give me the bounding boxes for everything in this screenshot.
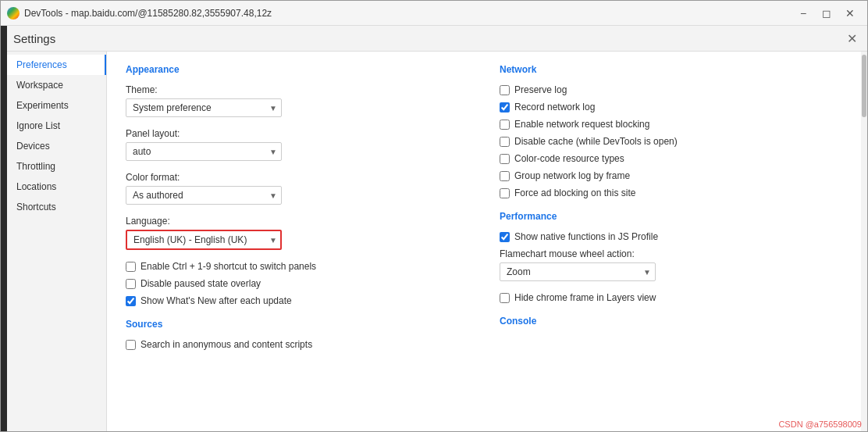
preserve-log-checkbox[interactable] — [500, 85, 510, 95]
settings-content: Preferences Workspace Experiments Ignore… — [7, 52, 867, 431]
native-functions-checkbox[interactable] — [500, 232, 510, 242]
flamechart-select-wrapper: Zoom Scroll ▼ — [500, 262, 656, 281]
sources-heading: Sources — [126, 319, 468, 330]
sidebar-item-locations[interactable]: Locations — [7, 177, 106, 197]
force-ad-blocking-checkbox[interactable] — [500, 188, 510, 198]
panel-layout-select-wrapper: auto horizontal vertical ▼ — [126, 142, 282, 161]
ctrl-shortcut-checkbox[interactable] — [126, 262, 136, 272]
sidebar-item-ignore-list[interactable]: Ignore List — [7, 116, 106, 136]
scrollbar-thumb[interactable] — [862, 55, 866, 117]
settings-heading: Settings — [13, 32, 55, 45]
settings-sidebar: Preferences Workspace Experiments Ignore… — [7, 52, 107, 431]
theme-select[interactable]: System preference Light Dark — [126, 98, 282, 117]
enable-blocking-checkbox-item: Enable network request blocking — [500, 119, 842, 130]
group-by-frame-checkbox[interactable] — [500, 171, 510, 181]
group-by-frame-checkbox-item: Group network log by frame — [500, 170, 842, 181]
settings-panel: Settings ✕ Preferences Workspace Experim… — [7, 26, 867, 431]
sidebar-item-workspace[interactable]: Workspace — [7, 75, 106, 95]
ctrl-shortcut-label: Enable Ctrl + 1-9 shortcut to switch pan… — [141, 261, 316, 272]
color-format-field: Color format: As authored HEX RGB HSL ▼ — [126, 172, 468, 205]
anonymous-scripts-checkbox-item: Search in anonymous and content scripts — [126, 339, 468, 350]
devtools-vertical-tabs — [1, 26, 7, 431]
window-title: DevTools - map.baidu.com/@11585280.82,35… — [24, 8, 792, 19]
theme-label: Theme: — [126, 84, 468, 95]
sidebar-item-experiments[interactable]: Experiments — [7, 95, 106, 116]
network-heading: Network — [500, 64, 842, 75]
whats-new-checkbox-item: Show What's New after each update — [126, 295, 468, 306]
panel-layout-select[interactable]: auto horizontal vertical — [126, 142, 282, 161]
whats-new-checkbox[interactable] — [126, 296, 136, 306]
left-column: Appearance Theme: System preference Ligh… — [126, 64, 468, 419]
color-format-select[interactable]: As authored HEX RGB HSL — [126, 186, 282, 205]
preserve-log-checkbox-item: Preserve log — [500, 84, 842, 95]
window-controls: − ◻ ✕ — [792, 4, 861, 23]
native-functions-checkbox-item: Show native functions in JS Profile — [500, 231, 842, 242]
group-by-frame-label: Group network log by frame — [514, 170, 630, 181]
minimize-button[interactable]: − — [792, 4, 814, 23]
appearance-heading: Appearance — [126, 64, 468, 75]
disable-cache-checkbox[interactable] — [500, 137, 510, 147]
color-format-label: Color format: — [126, 172, 468, 183]
color-code-checkbox[interactable] — [500, 154, 510, 164]
theme-select-wrapper: System preference Light Dark ▼ — [126, 98, 282, 117]
settings-close-button[interactable]: ✕ — [842, 29, 861, 48]
color-format-select-wrapper: As authored HEX RGB HSL ▼ — [126, 186, 282, 205]
enable-blocking-label: Enable network request blocking — [514, 119, 649, 130]
performance-heading: Performance — [500, 211, 842, 222]
record-network-log-checkbox-item: Record network log — [500, 102, 842, 112]
color-code-checkbox-item: Color-code resource types — [500, 153, 842, 164]
watermark: CSDN @a756598009 — [778, 420, 862, 429]
restore-button[interactable]: ◻ — [816, 4, 838, 23]
close-window-button[interactable]: ✕ — [839, 4, 861, 23]
native-functions-label: Show native functions in JS Profile — [514, 231, 658, 242]
hide-chrome-frame-checkbox[interactable] — [500, 293, 510, 303]
whats-new-label: Show What's New after each update — [141, 295, 292, 306]
disable-cache-checkbox-item: Disable cache (while DevTools is open) — [500, 136, 842, 147]
disable-cache-label: Disable cache (while DevTools is open) — [514, 136, 678, 147]
panel-layout-field: Panel layout: auto horizontal vertical ▼ — [126, 128, 468, 161]
language-select-wrapper: English (UK) - English (UK) System defau… — [126, 230, 282, 250]
paused-state-label: Disable paused state overlay — [141, 278, 261, 289]
console-heading: Console — [500, 316, 842, 327]
scrollbar-track[interactable] — [861, 52, 867, 431]
settings-main-wrapper: Appearance Theme: System preference Ligh… — [107, 52, 867, 431]
panel-layout-label: Panel layout: — [126, 128, 468, 139]
preserve-log-label: Preserve log — [514, 84, 567, 95]
language-select[interactable]: English (UK) - English (UK) System defau… — [126, 230, 282, 250]
anonymous-scripts-label: Search in anonymous and content scripts — [141, 339, 312, 350]
hide-chrome-frame-checkbox-item: Hide chrome frame in Layers view — [500, 292, 842, 303]
sidebar-item-shortcuts[interactable]: Shortcuts — [7, 197, 106, 217]
hide-chrome-frame-label: Hide chrome frame in Layers view — [514, 292, 656, 303]
settings-header: Settings ✕ — [7, 26, 867, 52]
flamechart-select[interactable]: Zoom Scroll — [500, 262, 656, 281]
right-column: Network Preserve log Record network log — [500, 64, 842, 419]
paused-state-checkbox[interactable] — [126, 279, 136, 289]
enable-blocking-checkbox[interactable] — [500, 120, 510, 130]
sidebar-item-throttling[interactable]: Throttling — [7, 156, 106, 177]
force-ad-blocking-checkbox-item: Force ad blocking on this site — [500, 187, 842, 198]
color-code-label: Color-code resource types — [514, 153, 624, 164]
paused-state-checkbox-item: Disable paused state overlay — [126, 278, 468, 289]
record-network-log-checkbox[interactable] — [500, 102, 510, 112]
chrome-icon — [7, 7, 20, 20]
ctrl-shortcut-checkbox-item: Enable Ctrl + 1-9 shortcut to switch pan… — [126, 261, 468, 272]
theme-field: Theme: System preference Light Dark ▼ — [126, 84, 468, 117]
settings-main: Appearance Theme: System preference Ligh… — [107, 52, 861, 431]
record-network-log-label: Record network log — [514, 102, 595, 112]
force-ad-blocking-label: Force ad blocking on this site — [514, 187, 635, 198]
flamechart-field: Flamechart mouse wheel action: Zoom Scro… — [500, 248, 842, 281]
title-bar: DevTools - map.baidu.com/@11585280.82,35… — [1, 1, 867, 26]
language-field: Language: English (UK) - English (UK) Sy… — [126, 216, 468, 250]
devtools-body: Settings ✕ Preferences Workspace Experim… — [1, 26, 867, 431]
language-label: Language: — [126, 216, 468, 227]
flamechart-label: Flamechart mouse wheel action: — [500, 248, 842, 259]
anonymous-scripts-checkbox[interactable] — [126, 340, 136, 350]
sidebar-item-preferences[interactable]: Preferences — [7, 55, 106, 75]
sidebar-item-devices[interactable]: Devices — [7, 136, 106, 156]
